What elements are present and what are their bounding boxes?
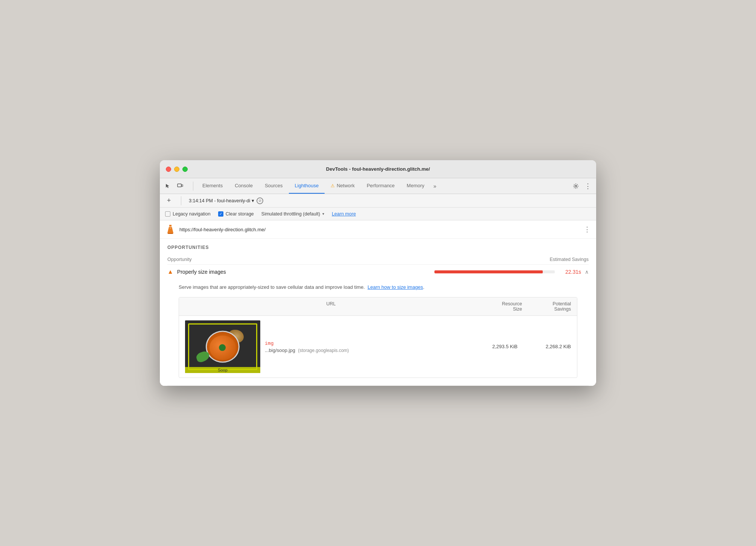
no-recording-icon: ⊘ xyxy=(257,197,263,204)
clear-storage-checkbox[interactable] xyxy=(218,211,223,217)
section-title: OPPORTUNITIES xyxy=(167,245,589,250)
gear-icon xyxy=(573,183,579,189)
estimated-savings-col-header: Estimated Savings xyxy=(550,257,589,262)
table-url-header: URL xyxy=(185,301,477,312)
toolbar-right: ⋮ xyxy=(571,181,593,191)
minimize-button[interactable] xyxy=(174,167,179,172)
savings-bar-container xyxy=(434,270,555,273)
table-url-cell: img ...big/soop.jpg (storage.googleapis.… xyxy=(265,340,468,353)
traffic-lights xyxy=(166,167,188,172)
throttling-label: Simulated throttling (default) xyxy=(261,211,320,217)
warning-icon: ⚠ xyxy=(331,183,335,188)
resource-filename: ...big/soop.jpg (storage.googleapis.com) xyxy=(265,347,468,353)
maximize-button[interactable] xyxy=(182,167,188,172)
opportunity-col-header: Opportunity xyxy=(167,257,192,262)
svg-rect-6 xyxy=(169,227,172,228)
detail-description: Serve images that are appropriately-size… xyxy=(179,284,577,291)
svg-point-2 xyxy=(575,185,577,187)
table-row: Soop img ...big/soop.jpg (storage.google… xyxy=(179,316,577,378)
tab-memory[interactable]: Memory xyxy=(401,178,430,194)
add-session-button[interactable]: + xyxy=(164,196,173,205)
clear-storage-checkbox-item[interactable]: Clear storage xyxy=(218,211,254,217)
td-potential-savings: 2,268.2 KiB xyxy=(522,344,571,349)
table-header: URL ResourceSize PotentialSavings xyxy=(179,297,577,316)
options-bar: Legacy navigation Clear storage Simulate… xyxy=(160,208,596,220)
device-toolbar-button[interactable] xyxy=(175,181,185,191)
legacy-navigation-checkbox-item[interactable]: Legacy navigation xyxy=(165,211,211,217)
resource-tag: img xyxy=(265,340,468,346)
close-button[interactable] xyxy=(166,167,171,172)
opportunity-name: Properly size images xyxy=(177,269,431,275)
main-content: https://foul-heavenly-direction.glitch.m… xyxy=(160,220,596,386)
url-row: https://foul-heavenly-direction.glitch.m… xyxy=(160,220,596,239)
cursor-icon xyxy=(165,183,171,189)
url-row-more-button[interactable]: ⋮ xyxy=(584,225,591,234)
svg-rect-0 xyxy=(178,184,181,187)
session-dropdown-arrow: ▾ xyxy=(252,198,254,203)
opportunity-details: Serve images that are appropriately-size… xyxy=(167,279,589,385)
throttling-dropdown-arrow: ▾ xyxy=(322,212,324,216)
resource-domain: (storage.googleapis.com) xyxy=(298,348,349,353)
cursor-icon-button[interactable] xyxy=(163,181,173,191)
session-dropdown[interactable]: 3:14:14 PM - foul-heavenly-di ▾ xyxy=(189,198,254,203)
table-potential-savings-header: PotentialSavings xyxy=(522,301,571,312)
learn-more-link[interactable]: Learn more xyxy=(332,211,356,217)
opportunity-main-row[interactable]: ▲ Properly size images 22.31s ∧ xyxy=(167,265,589,279)
devtools-toolbar: Elements Console Sources Lighthouse ⚠ Ne… xyxy=(160,178,596,194)
session-label: 3:14:14 PM - foul-heavenly-di xyxy=(189,198,250,203)
ellipsis-icon: ⋮ xyxy=(584,182,592,190)
tab-network[interactable]: ⚠ Network xyxy=(325,178,361,194)
window-title: DevTools - foul-heavenly-direction.glitc… xyxy=(326,166,430,172)
opportunities-section: OPPORTUNITIES Opportunity Estimated Savi… xyxy=(160,239,596,386)
opportunities-header: Opportunity Estimated Savings xyxy=(167,255,589,265)
highlight-border xyxy=(188,323,257,370)
tabs-overflow-button[interactable]: » xyxy=(430,183,439,189)
svg-rect-5 xyxy=(169,226,172,227)
tab-lighthouse[interactable]: Lighthouse xyxy=(289,178,325,194)
table-resource-size-header: ResourceSize xyxy=(477,301,522,312)
opportunity-row-properly-size-images: ▲ Properly size images 22.31s ∧ Serve im… xyxy=(167,265,589,386)
svg-rect-1 xyxy=(182,185,183,187)
session-url-bar: 3:14:14 PM - foul-heavenly-di ▾ ⊘ xyxy=(189,197,263,204)
lighthouse-logo-icon xyxy=(165,224,176,235)
image-label: Soop xyxy=(185,367,260,373)
toolbar-separator xyxy=(193,182,193,191)
tab-console[interactable]: Console xyxy=(229,178,259,194)
learn-how-link[interactable]: Learn how to size images xyxy=(367,284,423,290)
svg-rect-7 xyxy=(170,228,171,229)
warning-triangle-icon: ▲ xyxy=(167,268,173,275)
chevron-up-icon[interactable]: ∧ xyxy=(585,269,589,275)
device-icon xyxy=(177,183,183,189)
audit-url: https://foul-heavenly-direction.glitch.m… xyxy=(179,227,580,232)
image-preview: Soop xyxy=(185,320,260,373)
svg-marker-8 xyxy=(167,233,173,234)
tab-elements[interactable]: Elements xyxy=(196,178,229,194)
titlebar: DevTools - foul-heavenly-direction.glitc… xyxy=(160,160,596,178)
settings-button[interactable] xyxy=(571,181,581,191)
devtools-window: DevTools - foul-heavenly-direction.glitc… xyxy=(160,160,596,386)
svg-rect-4 xyxy=(169,225,172,226)
savings-value: 22.31s xyxy=(559,269,581,275)
tab-performance[interactable]: Performance xyxy=(361,178,401,194)
toolbar-icons xyxy=(163,181,185,191)
legacy-navigation-checkbox[interactable] xyxy=(165,211,170,217)
throttling-dropdown[interactable]: Simulated throttling (default) ▾ xyxy=(261,211,324,217)
tab-sources[interactable]: Sources xyxy=(259,178,289,194)
detail-table: URL ResourceSize PotentialSavings xyxy=(179,297,577,378)
tabs-container: Elements Console Sources Lighthouse ⚠ Ne… xyxy=(196,178,571,194)
sec-toolbar-separator xyxy=(181,196,181,205)
secondary-toolbar: + 3:14:14 PM - foul-heavenly-di ▾ ⊘ xyxy=(160,194,596,208)
td-resource-size: 2,293.5 KiB xyxy=(472,344,518,349)
more-options-button[interactable]: ⋮ xyxy=(583,181,593,191)
soup-canvas: Soop xyxy=(185,320,260,373)
clear-storage-label: Clear storage xyxy=(226,211,254,217)
legacy-navigation-label: Legacy navigation xyxy=(173,211,211,217)
savings-bar xyxy=(434,270,543,273)
